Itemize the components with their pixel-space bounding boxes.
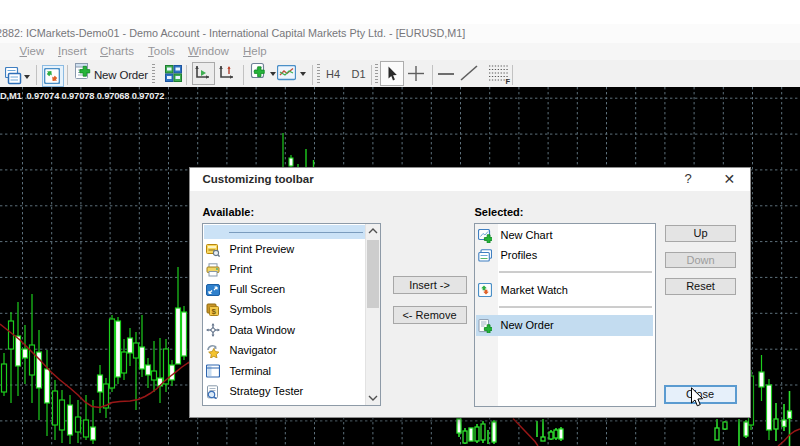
svg-text:F: F (506, 77, 511, 85)
svg-text:$: $ (211, 307, 216, 316)
